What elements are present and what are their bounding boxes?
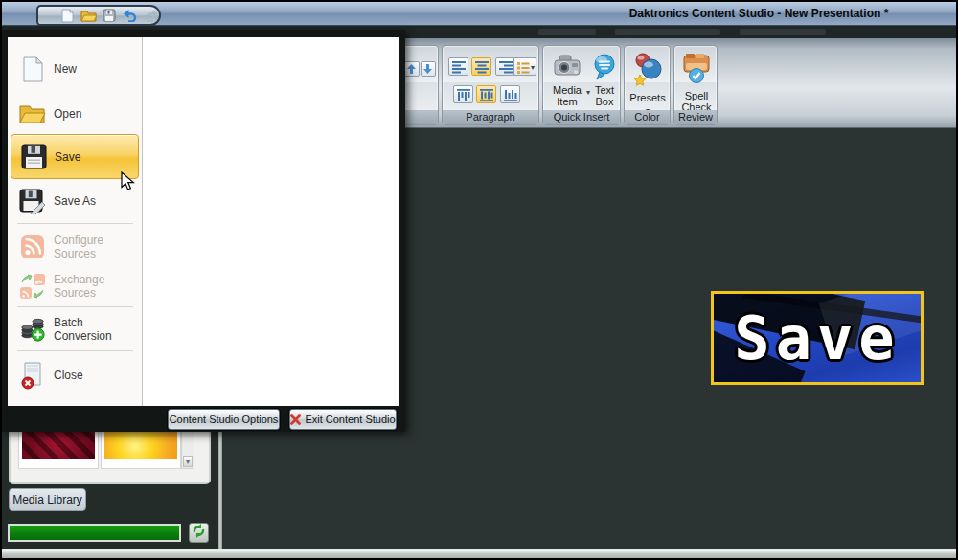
vertical-align-top-button[interactable] bbox=[453, 85, 473, 103]
media-item-icon bbox=[553, 54, 582, 84]
shrink-font-button[interactable] bbox=[421, 61, 436, 77]
quick-insert-group-label: Quick Insert bbox=[543, 110, 620, 124]
chevron-down-icon: ▾ bbox=[531, 63, 535, 72]
vertical-align-bottom-button[interactable] bbox=[500, 85, 520, 103]
ribbon-group-paragraph: ▾ Paragraph bbox=[442, 45, 539, 125]
menu-item-save[interactable]: Save bbox=[11, 134, 139, 179]
rss-feed-icon bbox=[19, 234, 46, 260]
menu-separator bbox=[17, 350, 133, 351]
menu-separator bbox=[17, 223, 133, 224]
application-menu-body: New Open Save bbox=[8, 37, 399, 406]
window-title: Daktronics Content Studio - New Presenta… bbox=[567, 7, 950, 20]
scroll-down-icon[interactable]: ▾ bbox=[183, 456, 193, 467]
presets-button[interactable]: Presets ▾ bbox=[629, 52, 666, 117]
new-document-icon bbox=[19, 56, 46, 82]
text-box-icon bbox=[592, 54, 617, 84]
align-left-button[interactable] bbox=[448, 57, 468, 76]
save-as-floppy-pencil-icon bbox=[19, 188, 46, 214]
review-group-label: Review bbox=[674, 110, 717, 124]
exit-content-studio-button[interactable]: Exit Content Studio bbox=[289, 409, 397, 430]
media-item-button[interactable]: Media▾ Item bbox=[547, 54, 587, 107]
redo-icon[interactable] bbox=[143, 8, 159, 24]
text-box-button[interactable]: Text Box bbox=[589, 54, 620, 107]
media-library-tab[interactable]: Media Library bbox=[9, 488, 86, 511]
undo-icon[interactable] bbox=[123, 8, 139, 24]
menu-item-configure-sources[interactable]: Configure Sources bbox=[8, 227, 143, 266]
exit-x-icon bbox=[290, 414, 301, 425]
save-icon[interactable] bbox=[102, 8, 118, 24]
menu-item-exchange-sources[interactable]: Exchange Sources bbox=[8, 266, 143, 305]
align-right-button[interactable] bbox=[495, 57, 515, 76]
media-thumbnail-red bbox=[22, 429, 95, 459]
open-folder-icon[interactable] bbox=[80, 8, 97, 24]
ribbon-group-color: Presets ▾ Color bbox=[624, 45, 671, 125]
paragraph-group-label: Paragraph bbox=[443, 110, 538, 124]
content-studio-options-button[interactable]: Content Studio Options bbox=[168, 409, 280, 430]
menu-item-new[interactable]: New bbox=[8, 48, 143, 90]
menu-item-open[interactable]: Open bbox=[8, 93, 143, 134]
application-menu: New Open Save bbox=[2, 30, 405, 432]
color-group-label: Color bbox=[625, 110, 670, 124]
application-menu-left-column: New Open Save bbox=[8, 37, 143, 406]
ribbon-group-review: Spell Check Review bbox=[673, 45, 718, 125]
align-center-button[interactable] bbox=[471, 57, 491, 76]
menu-separator bbox=[17, 306, 133, 307]
title-bar: Daktronics Content Studio - New Presenta… bbox=[2, 2, 956, 26]
media-thumbnail-yellow bbox=[104, 429, 177, 459]
menu-item-batch-conversion[interactable]: Batch Conversion bbox=[8, 309, 143, 349]
mouse-cursor bbox=[121, 171, 135, 196]
preview-text: Save bbox=[714, 294, 921, 382]
close-document-icon bbox=[19, 362, 46, 389]
media-library-progress-bar bbox=[8, 524, 181, 542]
batch-conversion-icon bbox=[19, 316, 46, 343]
media-library-tab-label: Media Library bbox=[12, 493, 82, 506]
spell-check-button[interactable]: Spell Check bbox=[679, 52, 714, 113]
quick-access-toolbar bbox=[36, 5, 161, 26]
canvas-preview-object[interactable]: Save bbox=[711, 291, 924, 385]
menu-item-close[interactable]: Close bbox=[8, 353, 143, 397]
list-format-button[interactable]: ▾ bbox=[513, 57, 536, 76]
refresh-icon bbox=[192, 524, 206, 542]
save-floppy-icon bbox=[20, 144, 47, 170]
app-window: Daktronics Content Studio - New Presenta… bbox=[0, 0, 958, 560]
spell-check-book-icon bbox=[681, 52, 712, 90]
exchange-sources-icon bbox=[19, 273, 46, 300]
ribbon-group-quick-insert: Media▾ Item Text Box Quick Insert bbox=[542, 45, 621, 125]
vertical-align-middle-button[interactable] bbox=[476, 85, 496, 103]
open-folder-icon bbox=[19, 101, 46, 127]
presets-balloons-icon bbox=[631, 52, 664, 92]
grow-font-button[interactable] bbox=[404, 61, 420, 77]
refresh-button[interactable] bbox=[189, 523, 209, 543]
new-document-icon[interactable] bbox=[59, 8, 76, 24]
status-bar bbox=[2, 549, 956, 558]
